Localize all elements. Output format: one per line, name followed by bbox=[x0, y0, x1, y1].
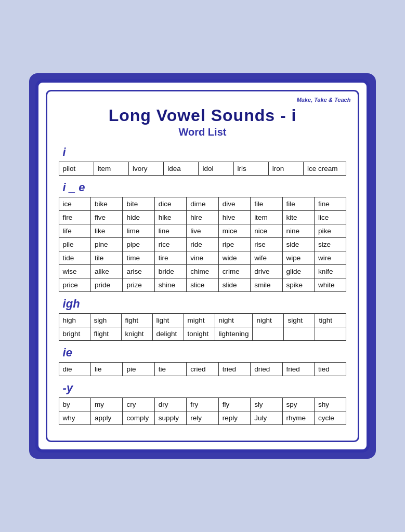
table-cell: tide bbox=[59, 251, 90, 265]
section-label-1: i _ e bbox=[63, 181, 347, 194]
table-cell: slice bbox=[187, 278, 218, 292]
table-cell: cycle bbox=[314, 411, 346, 425]
table-cell: die bbox=[59, 363, 90, 376]
table-cell: fry bbox=[187, 398, 218, 411]
table-cell: July bbox=[251, 411, 282, 425]
table-cell: bike bbox=[91, 197, 123, 211]
table-cell: knife bbox=[314, 265, 346, 278]
table-cell: dice bbox=[154, 197, 186, 211]
table-cell: rise bbox=[251, 238, 282, 251]
table-cell: price bbox=[59, 278, 90, 292]
table-cell: lie bbox=[91, 363, 123, 376]
table-cell: crime bbox=[218, 265, 250, 278]
table-cell: dried bbox=[251, 363, 282, 376]
table-cell: smile bbox=[251, 278, 282, 292]
table-cell: white bbox=[314, 278, 346, 292]
table-cell: nine bbox=[282, 224, 314, 238]
section-table-1: icebikebitedicedimedivefilefilefinefiref… bbox=[59, 197, 347, 292]
table-cell: item bbox=[94, 162, 128, 176]
sections-container: ipilotitemivoryideaidolirisironice cream… bbox=[59, 145, 347, 425]
table-cell: prize bbox=[123, 278, 154, 292]
table-cell: arise bbox=[123, 265, 154, 278]
table-cell: might bbox=[184, 314, 215, 327]
table-cell: glide bbox=[282, 265, 314, 278]
table-cell: tight bbox=[315, 314, 346, 327]
table-cell: like bbox=[91, 224, 123, 238]
section-label-0: i bbox=[63, 145, 347, 159]
table-cell: tied bbox=[314, 363, 346, 376]
table-cell: sly bbox=[251, 398, 282, 411]
table-cell: nice bbox=[251, 224, 282, 238]
brand-label: Make, Take & Teach bbox=[297, 97, 351, 103]
table-cell: life bbox=[59, 224, 90, 238]
table-cell: file bbox=[282, 197, 314, 211]
table-cell: tried bbox=[218, 363, 250, 376]
section-table-2: highsighfightlightmightnightnightsightti… bbox=[59, 313, 347, 341]
table-cell: bite bbox=[123, 197, 154, 211]
table-cell: wise bbox=[59, 265, 90, 278]
table-cell: alike bbox=[91, 265, 123, 278]
table-cell: night bbox=[215, 314, 253, 327]
table-row: bymycrydryfryflyslyspyshy bbox=[59, 398, 346, 411]
table-cell: my bbox=[91, 398, 123, 411]
table-cell: ivory bbox=[129, 162, 164, 176]
section-label-4: -y bbox=[63, 381, 347, 395]
table-cell: reply bbox=[218, 411, 250, 425]
table-cell: ice bbox=[59, 197, 90, 211]
table-cell: fine bbox=[314, 197, 346, 211]
table-cell: idea bbox=[164, 162, 199, 176]
table-cell: dive bbox=[218, 197, 250, 211]
table-cell: night bbox=[253, 314, 284, 327]
table-cell: live bbox=[187, 224, 218, 238]
table-cell: fight bbox=[121, 314, 152, 327]
table-cell: pie bbox=[123, 363, 154, 376]
table-cell: side bbox=[282, 238, 314, 251]
table-row: dieliepietiecriedtrieddriedfriedtied bbox=[59, 363, 346, 376]
table-cell: fire bbox=[59, 211, 90, 224]
section-table-4: bymycrydryfryflyslyspyshywhyapplycomplys… bbox=[59, 397, 347, 425]
page-wrapper: Make, Take & Teach Long Vowel Sounds - i… bbox=[29, 73, 376, 459]
table-row: wisealikearisebridechimecrimedriveglidek… bbox=[59, 265, 346, 278]
table-cell: lice bbox=[314, 211, 346, 224]
table-cell: hike bbox=[154, 211, 186, 224]
table-cell: wipe bbox=[282, 251, 314, 265]
table-cell: pride bbox=[91, 278, 123, 292]
table-cell: time bbox=[123, 251, 154, 265]
table-cell: lightening bbox=[215, 327, 253, 341]
table-cell bbox=[253, 327, 284, 341]
table-cell: shine bbox=[154, 278, 186, 292]
table-cell: ride bbox=[187, 238, 218, 251]
table-row: priceprideprizeshinesliceslidesmilespike… bbox=[59, 278, 346, 292]
table-cell: pile bbox=[59, 238, 90, 251]
table-cell: tile bbox=[91, 251, 123, 265]
table-cell: slide bbox=[218, 278, 250, 292]
table-cell: spike bbox=[282, 278, 314, 292]
table-cell: why bbox=[59, 411, 90, 425]
table-cell: five bbox=[91, 211, 123, 224]
table-cell: hive bbox=[218, 211, 250, 224]
table-cell: ice cream bbox=[304, 162, 346, 176]
table-cell: pine bbox=[91, 238, 123, 251]
table-cell: file bbox=[251, 197, 282, 211]
table-row: lifelikelimelinelivemiceniceninepike bbox=[59, 224, 346, 238]
table-cell: iron bbox=[268, 162, 303, 176]
table-cell: idol bbox=[199, 162, 233, 176]
table-cell: wire bbox=[314, 251, 346, 265]
table-cell: by bbox=[59, 398, 90, 411]
table-cell: spy bbox=[282, 398, 314, 411]
table-cell: wide bbox=[218, 251, 250, 265]
section-table-3: dieliepietiecriedtrieddriedfriedtied bbox=[59, 362, 347, 376]
table-cell: high bbox=[59, 314, 90, 327]
table-cell: apply bbox=[91, 411, 123, 425]
table-row: tidetiletimetirevinewidewifewipewire bbox=[59, 251, 346, 265]
table-cell: dime bbox=[187, 197, 218, 211]
table-cell: rice bbox=[154, 238, 186, 251]
table-cell: hire bbox=[187, 211, 218, 224]
table-cell: ripe bbox=[218, 238, 250, 251]
table-cell: size bbox=[314, 238, 346, 251]
table-cell: delight bbox=[152, 327, 184, 341]
table-cell: flight bbox=[90, 327, 121, 341]
inner-card: Make, Take & Teach Long Vowel Sounds - i… bbox=[46, 90, 360, 442]
table-cell: pike bbox=[314, 224, 346, 238]
table-cell: tire bbox=[154, 251, 186, 265]
